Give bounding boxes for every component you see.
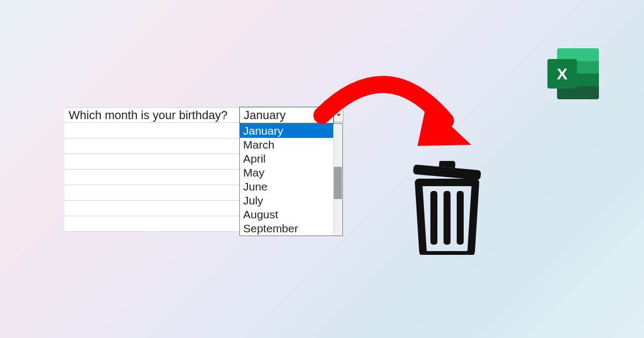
dropdown-option[interactable]: July [240,194,342,208]
trash-icon [407,161,487,255]
dropdown-option[interactable]: September [240,222,342,236]
excel-logo-icon: X [547,48,598,99]
svg-rect-3 [457,191,464,245]
dropdown-option[interactable]: June [240,180,342,194]
svg-rect-1 [430,191,437,245]
svg-rect-2 [444,191,451,245]
excel-logo-letter: X [547,59,577,89]
arrow-icon [311,64,478,177]
selected-cell-value: January [244,108,286,122]
dropdown-option[interactable]: August [240,208,342,222]
question-label: Which month is your birthday? [69,108,240,122]
